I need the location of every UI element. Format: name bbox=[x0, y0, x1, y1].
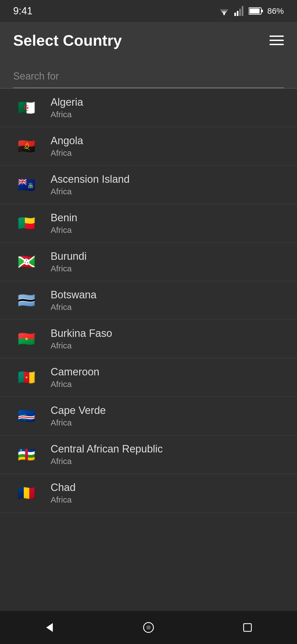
list-item[interactable]: 🇧🇯BeninAfrica bbox=[0, 204, 297, 243]
list-item[interactable]: 🇨🇲CameroonAfrica bbox=[0, 358, 297, 397]
country-info: Cape VerdeAfrica bbox=[51, 405, 106, 427]
list-item[interactable]: 🇹🇩ChadAfrica bbox=[0, 474, 297, 512]
status-time: 9:41 bbox=[13, 5, 32, 17]
wifi-icon bbox=[218, 7, 230, 15]
country-region: Africa bbox=[51, 110, 83, 119]
list-item[interactable]: 🇨🇻Cape VerdeAfrica bbox=[0, 397, 297, 435]
country-flag: 🇧🇫 bbox=[13, 330, 40, 348]
country-name: Chad bbox=[51, 482, 76, 493]
search-container bbox=[0, 58, 297, 88]
country-name: Botswana bbox=[51, 289, 97, 301]
svg-rect-4 bbox=[234, 13, 236, 16]
battery-icon bbox=[249, 7, 263, 15]
status-icons: 86% bbox=[218, 6, 284, 16]
battery-percentage: 86% bbox=[267, 6, 284, 16]
country-flag: 🇨🇻 bbox=[13, 407, 40, 425]
country-region: Africa bbox=[51, 302, 97, 312]
country-region: Africa bbox=[51, 418, 106, 427]
recent-button[interactable] bbox=[238, 618, 257, 637]
country-name: Central African Republic bbox=[51, 443, 163, 455]
list-item[interactable]: 🇦🇴AngolaAfrica bbox=[0, 127, 297, 166]
country-name: Algeria bbox=[51, 96, 83, 108]
country-flag: 🇧🇼 bbox=[13, 292, 40, 309]
country-flag: 🇩🇿 bbox=[13, 99, 40, 117]
country-info: Central African RepublicAfrica bbox=[51, 443, 163, 466]
svg-rect-6 bbox=[239, 9, 241, 16]
list-item[interactable]: 🇨🇫Central African RepublicAfrica bbox=[0, 435, 297, 474]
menu-line-3 bbox=[270, 44, 284, 45]
svg-rect-7 bbox=[242, 6, 243, 16]
list-item[interactable]: 🇦🇨Ascension IslandAfrica bbox=[0, 166, 297, 204]
country-region: Africa bbox=[51, 187, 130, 196]
list-item[interactable]: 🇧🇮BurundiAfrica bbox=[0, 243, 297, 281]
svg-point-3 bbox=[223, 13, 225, 15]
header: Select Country bbox=[0, 22, 297, 58]
country-name: Cape Verde bbox=[51, 405, 106, 416]
search-input[interactable] bbox=[13, 65, 284, 88]
country-info: CameroonAfrica bbox=[51, 366, 99, 389]
country-info: AngolaAfrica bbox=[51, 135, 83, 158]
country-name: Burundi bbox=[51, 250, 87, 262]
list-item[interactable]: 🇧🇼BotswanaAfrica bbox=[0, 281, 297, 320]
country-info: Ascension IslandAfrica bbox=[51, 173, 130, 196]
menu-line-1 bbox=[270, 36, 284, 37]
list-item[interactable]: 🇧🇫Burkina FasoAfrica bbox=[0, 320, 297, 358]
country-info: BurundiAfrica bbox=[51, 250, 87, 273]
country-info: AlgeriaAfrica bbox=[51, 96, 83, 119]
home-button[interactable] bbox=[139, 618, 158, 637]
country-info: ChadAfrica bbox=[51, 482, 76, 504]
country-name: Angola bbox=[51, 135, 83, 147]
country-list: 🇩🇿AlgeriaAfrica🇦🇴AngolaAfrica🇦🇨Ascension… bbox=[0, 89, 297, 611]
page-title: Select Country bbox=[13, 31, 122, 49]
status-bar: 9:41 86% bbox=[0, 0, 297, 22]
country-name: Burkina Faso bbox=[51, 328, 112, 339]
svg-rect-14 bbox=[244, 624, 251, 631]
country-info: BeninAfrica bbox=[51, 212, 77, 235]
country-region: Africa bbox=[51, 264, 87, 273]
country-flag: 🇦🇴 bbox=[13, 138, 40, 155]
back-button[interactable] bbox=[40, 618, 59, 637]
country-flag: 🇹🇩 bbox=[13, 484, 40, 502]
country-name: Ascension Island bbox=[51, 173, 130, 185]
signal-icon bbox=[234, 6, 244, 16]
country-flag: 🇦🇨 bbox=[13, 176, 40, 194]
country-info: BotswanaAfrica bbox=[51, 289, 97, 312]
country-region: Africa bbox=[51, 380, 99, 389]
country-name: Benin bbox=[51, 212, 77, 224]
nav-bar bbox=[0, 611, 297, 644]
country-region: Africa bbox=[51, 341, 112, 350]
country-region: Africa bbox=[51, 495, 76, 504]
menu-line-2 bbox=[270, 40, 284, 41]
country-name: Cameroon bbox=[51, 366, 99, 378]
menu-button[interactable] bbox=[270, 36, 284, 45]
svg-rect-9 bbox=[262, 10, 263, 12]
country-flag: 🇧🇯 bbox=[13, 215, 40, 232]
country-flag: 🇧🇮 bbox=[13, 253, 40, 271]
country-region: Africa bbox=[51, 457, 163, 466]
country-flag: 🇨🇫 bbox=[13, 446, 40, 463]
svg-rect-5 bbox=[237, 11, 238, 16]
svg-marker-11 bbox=[46, 623, 53, 632]
svg-point-13 bbox=[146, 625, 151, 630]
country-region: Africa bbox=[51, 225, 77, 235]
list-item[interactable]: 🇩🇿AlgeriaAfrica bbox=[0, 89, 297, 127]
country-flag: 🇨🇲 bbox=[13, 369, 40, 386]
country-info: Burkina FasoAfrica bbox=[51, 328, 112, 350]
svg-rect-10 bbox=[249, 9, 260, 13]
country-region: Africa bbox=[51, 148, 83, 158]
